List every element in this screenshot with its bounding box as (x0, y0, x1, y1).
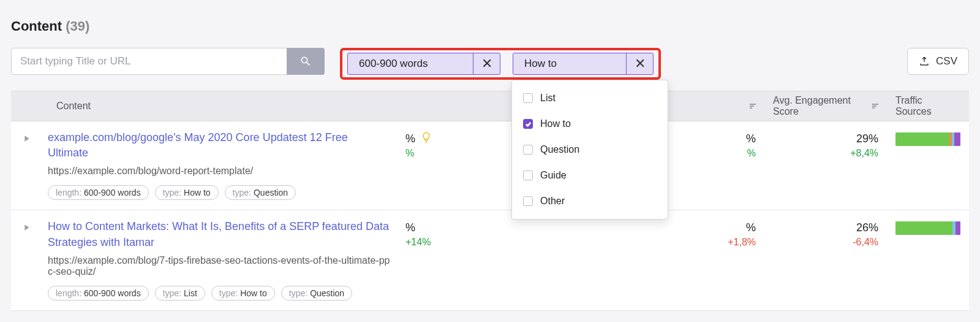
content-title-link[interactable]: example.com/blog/google's May 2020 Core … (48, 131, 348, 159)
bar-segment (954, 132, 960, 146)
metric-cell: %+1,8% (642, 219, 764, 300)
export-icon (919, 56, 930, 67)
filters-highlight: 600-900 words ✕ How to ✕ ListHow toQuest… (340, 48, 661, 80)
tags: length: 600-900 wordstype: Listtype: How… (48, 286, 391, 301)
content-title-link[interactable]: How to Content Markets: What It Is, Bene… (48, 220, 389, 248)
dropdown-option-label: List (540, 93, 556, 104)
filter-chip-close[interactable]: ✕ (626, 53, 653, 74)
bar-segment (956, 221, 960, 235)
tags: length: 600-900 wordstype: How totype: Q… (48, 185, 391, 200)
export-label: CSV (936, 55, 957, 67)
search-wrap (11, 48, 325, 75)
search-button[interactable] (287, 48, 325, 75)
filter-chip-length[interactable]: 600-900 words ✕ (347, 53, 500, 75)
dropdown-option[interactable]: Question (512, 137, 668, 163)
expand-caret[interactable] (11, 130, 48, 200)
external-traffic-cell: %+14% (397, 219, 642, 300)
checkbox-icon (523, 119, 533, 129)
tag[interactable]: length: 600-900 words (48, 185, 149, 200)
bar-segment (895, 221, 952, 235)
page-heading: Content (39) (11, 18, 969, 34)
dropdown-option[interactable]: Other (512, 188, 668, 214)
tag[interactable]: type: Question (281, 286, 352, 301)
filter-dropdown[interactable]: ListHow toQuestionGuideOther (511, 80, 668, 220)
tag[interactable]: type: List (155, 286, 205, 301)
filter-chip-type[interactable]: How to ✕ (513, 53, 654, 75)
sort-icon (750, 104, 756, 109)
content-url: https://example.com/blog/word-report-tem… (48, 166, 391, 177)
export-csv-button[interactable]: CSV (907, 48, 969, 75)
expand-caret[interactable] (11, 219, 48, 300)
traffic-sources-cell (887, 130, 969, 200)
heading-count: (39) (66, 18, 89, 34)
table-row: How to Content Markets: What It Is, Bene… (11, 210, 969, 310)
heading-title: Content (11, 18, 62, 34)
col-engagement[interactable]: Avg. Engagement Score (764, 95, 887, 117)
dropdown-option-label: Question (540, 144, 579, 155)
filter-chip-close[interactable]: ✕ (473, 53, 500, 74)
search-icon (300, 55, 312, 67)
dropdown-option-label: Guide (540, 170, 567, 181)
dropdown-option[interactable]: Guide (512, 163, 668, 188)
checkbox-icon (523, 93, 533, 103)
tag[interactable]: type: How to (155, 185, 219, 200)
engagement-cell: 26%-6,4% (764, 219, 887, 300)
col-content[interactable]: Content (48, 101, 397, 112)
filter-chip-label: How to (513, 53, 626, 74)
tag[interactable]: type: Question (225, 185, 296, 200)
traffic-sources-cell (887, 219, 969, 300)
table-header: Content External Tra Avg. Engagement Sco… (11, 91, 969, 121)
content-cell: How to Content Markets: What It Is, Bene… (48, 219, 397, 300)
sort-icon (872, 104, 878, 109)
tag[interactable]: type: How to (211, 286, 275, 301)
checkbox-icon (523, 145, 533, 155)
search-input[interactable] (11, 48, 287, 75)
engagement-cell: 29%+8,4% (764, 130, 887, 200)
dropdown-option-label: How to (540, 118, 571, 129)
dropdown-option[interactable]: How to (512, 111, 668, 137)
checkbox-icon (523, 196, 533, 206)
content-cell: example.com/blog/google's May 2020 Core … (48, 130, 397, 200)
checkbox-icon (523, 171, 533, 180)
filter-chip-label: 600-900 words (348, 53, 473, 74)
content-url: https://example.com/blog/7-tips-firebase… (48, 255, 391, 277)
traffic-sources-bar[interactable] (895, 221, 960, 235)
dropdown-option[interactable]: List (512, 85, 668, 111)
dropdown-option-label: Other (540, 196, 565, 207)
tag[interactable]: length: 600-900 words (48, 286, 149, 301)
idea-bulb-icon[interactable] (420, 131, 432, 146)
traffic-sources-bar[interactable] (895, 132, 960, 146)
table-row: example.com/blog/google's May 2020 Core … (11, 121, 969, 210)
col-traffic-sources[interactable]: Traffic Sources (887, 95, 969, 117)
toolbar: 600-900 words ✕ How to ✕ ListHow toQuest… (11, 48, 969, 80)
bar-segment (895, 132, 949, 146)
